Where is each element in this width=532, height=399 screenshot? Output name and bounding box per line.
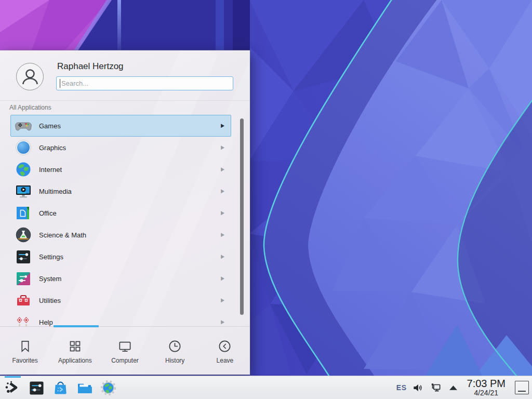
web-browser-button[interactable]	[100, 379, 116, 396]
user-name: Raphael Hertzog	[57, 61, 124, 72]
section-label: All Applications	[9, 104, 51, 111]
system-settings-button[interactable]	[28, 379, 45, 396]
clock[interactable]: 7:03 PM 4/24/21	[467, 378, 506, 397]
clock-time: 7:03 PM	[467, 378, 506, 389]
discover-icon	[52, 380, 69, 396]
application-launcher-menu: Raphael Hertzog All Applications	[0, 50, 250, 375]
show-desktop-line	[518, 391, 526, 392]
category-utilities[interactable]: Utilities ▶	[10, 289, 231, 311]
office-icon	[15, 205, 32, 221]
category-label: Utilities	[39, 297, 221, 304]
category-label: System	[39, 275, 221, 283]
category-internet[interactable]: Internet ▶	[10, 158, 231, 180]
discover-button[interactable]	[52, 379, 69, 396]
submenu-arrow-icon: ▶	[221, 319, 224, 325]
active-task-indicator	[5, 376, 21, 378]
globe-gear-icon	[100, 380, 116, 396]
avatar[interactable]	[16, 63, 44, 90]
category-settings[interactable]: Settings ▶	[10, 246, 231, 268]
tab-label: Computer	[111, 357, 139, 364]
science-icon	[15, 227, 32, 243]
help-icon	[15, 314, 32, 326]
leave-icon	[218, 339, 232, 353]
submenu-arrow-icon: ▶	[221, 297, 224, 303]
keyboard-layout-indicator[interactable]: ES	[396, 383, 407, 392]
category-list: Games ▶ Graphics ▶	[0, 115, 250, 326]
clock-date: 4/24/21	[467, 389, 506, 397]
graphics-icon	[15, 139, 32, 156]
games-icon	[15, 117, 32, 134]
submenu-arrow-icon: ▶	[221, 166, 224, 172]
taskbar: ES 7:0	[0, 376, 532, 399]
category-games[interactable]: Games ▶	[10, 115, 231, 137]
category-label: Settings	[39, 253, 221, 261]
category-label: Games	[39, 122, 221, 130]
category-label: Multimedia	[39, 188, 221, 195]
category-system[interactable]: System ▶	[10, 268, 231, 289]
active-tab-indicator	[54, 325, 99, 327]
submenu-arrow-icon: ▶	[221, 232, 224, 238]
file-manager-button[interactable]	[76, 379, 92, 396]
tab-history[interactable]: History	[150, 327, 200, 375]
system-tray: ES 7:0	[396, 376, 532, 399]
taskbar-launchers	[0, 379, 116, 396]
tab-label: Favorites	[12, 357, 37, 364]
submenu-arrow-icon: ▶	[221, 188, 224, 194]
submenu-arrow-icon: ▶	[221, 210, 224, 216]
grid-icon	[68, 339, 82, 353]
search-input[interactable]	[56, 76, 233, 90]
user-icon	[19, 66, 41, 88]
scrollbar[interactable]	[240, 118, 244, 315]
monitor-icon	[118, 339, 132, 353]
bookmark-icon	[18, 339, 32, 353]
text-caret	[60, 79, 60, 88]
tab-label: Applications	[58, 357, 92, 364]
tab-computer[interactable]: Computer	[100, 327, 150, 375]
application-launcher-button[interactable]	[4, 379, 21, 396]
category-multimedia[interactable]: Multimedia ▶	[10, 180, 231, 202]
category-office[interactable]: Office ▶	[10, 202, 231, 224]
tab-applications[interactable]: Applications	[50, 327, 100, 375]
volume-icon[interactable]	[412, 381, 424, 394]
settings-icon	[15, 248, 32, 265]
network-icon[interactable]	[430, 381, 442, 394]
folder-icon	[76, 380, 92, 396]
menu-tabbar: Favorites Applications Computer	[0, 326, 250, 375]
expand-tray-icon[interactable]	[447, 381, 460, 394]
category-label: Science & Math	[39, 231, 221, 239]
tab-label: Leave	[217, 357, 234, 364]
clock-icon	[168, 339, 182, 353]
kickoff-icon	[4, 379, 21, 396]
tab-label: History	[165, 357, 184, 364]
show-desktop-button[interactable]	[515, 381, 529, 394]
category-label: Office	[39, 209, 221, 217]
submenu-arrow-icon: ▶	[221, 123, 224, 129]
category-help[interactable]: Help ▶	[10, 311, 231, 326]
system-icon	[15, 270, 32, 287]
tab-leave[interactable]: Leave	[200, 327, 250, 375]
desktop: Raphael Hertzog All Applications	[0, 0, 532, 399]
category-science-math[interactable]: Science & Math ▶	[10, 224, 231, 246]
tab-favorites[interactable]: Favorites	[0, 327, 50, 375]
category-label: Graphics	[39, 144, 221, 152]
internet-icon	[15, 161, 32, 178]
utilities-icon	[15, 292, 32, 309]
submenu-arrow-icon: ▶	[221, 275, 224, 282]
category-graphics[interactable]: Graphics ▶	[10, 137, 231, 158]
submenu-arrow-icon: ▶	[221, 144, 224, 151]
system-settings-icon	[29, 380, 45, 396]
submenu-arrow-icon: ▶	[221, 254, 224, 260]
divider	[0, 100, 250, 101]
category-label: Internet	[39, 166, 221, 174]
multimedia-icon	[15, 183, 32, 200]
menu-header: Raphael Hertzog	[0, 50, 250, 101]
